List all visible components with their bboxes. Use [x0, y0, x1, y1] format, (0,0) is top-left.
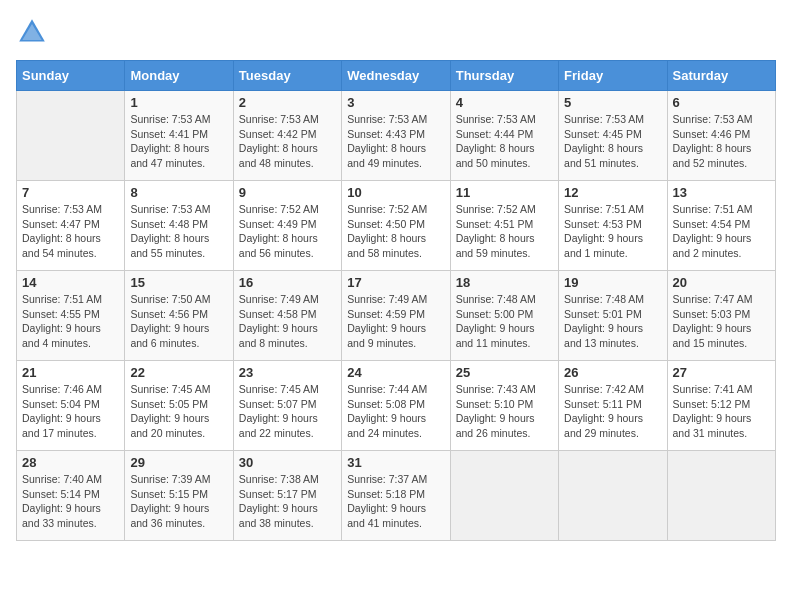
- day-number: 10: [347, 185, 444, 200]
- day-info: Sunrise: 7:37 AMSunset: 5:18 PMDaylight:…: [347, 472, 444, 531]
- day-info: Sunrise: 7:43 AMSunset: 5:10 PMDaylight:…: [456, 382, 553, 441]
- day-number: 29: [130, 455, 227, 470]
- calendar-cell: [17, 91, 125, 181]
- calendar-header-row: SundayMondayTuesdayWednesdayThursdayFrid…: [17, 61, 776, 91]
- day-info: Sunrise: 7:49 AMSunset: 4:58 PMDaylight:…: [239, 292, 336, 351]
- calendar-table: SundayMondayTuesdayWednesdayThursdayFrid…: [16, 60, 776, 541]
- calendar-cell: 30Sunrise: 7:38 AMSunset: 5:17 PMDayligh…: [233, 451, 341, 541]
- calendar-day-header: Wednesday: [342, 61, 450, 91]
- day-info: Sunrise: 7:53 AMSunset: 4:46 PMDaylight:…: [673, 112, 770, 171]
- calendar-cell: 21Sunrise: 7:46 AMSunset: 5:04 PMDayligh…: [17, 361, 125, 451]
- calendar-cell: 20Sunrise: 7:47 AMSunset: 5:03 PMDayligh…: [667, 271, 775, 361]
- day-info: Sunrise: 7:40 AMSunset: 5:14 PMDaylight:…: [22, 472, 119, 531]
- day-number: 24: [347, 365, 444, 380]
- day-info: Sunrise: 7:51 AMSunset: 4:53 PMDaylight:…: [564, 202, 661, 261]
- calendar-cell: 28Sunrise: 7:40 AMSunset: 5:14 PMDayligh…: [17, 451, 125, 541]
- calendar-cell: 24Sunrise: 7:44 AMSunset: 5:08 PMDayligh…: [342, 361, 450, 451]
- day-info: Sunrise: 7:44 AMSunset: 5:08 PMDaylight:…: [347, 382, 444, 441]
- calendar-week-row: 1Sunrise: 7:53 AMSunset: 4:41 PMDaylight…: [17, 91, 776, 181]
- day-number: 16: [239, 275, 336, 290]
- calendar-cell: 3Sunrise: 7:53 AMSunset: 4:43 PMDaylight…: [342, 91, 450, 181]
- page-header: [16, 16, 776, 48]
- calendar-cell: 4Sunrise: 7:53 AMSunset: 4:44 PMDaylight…: [450, 91, 558, 181]
- day-info: Sunrise: 7:53 AMSunset: 4:45 PMDaylight:…: [564, 112, 661, 171]
- day-number: 6: [673, 95, 770, 110]
- calendar-cell: 26Sunrise: 7:42 AMSunset: 5:11 PMDayligh…: [559, 361, 667, 451]
- day-number: 14: [22, 275, 119, 290]
- calendar-cell: 6Sunrise: 7:53 AMSunset: 4:46 PMDaylight…: [667, 91, 775, 181]
- calendar-week-row: 28Sunrise: 7:40 AMSunset: 5:14 PMDayligh…: [17, 451, 776, 541]
- calendar-cell: 16Sunrise: 7:49 AMSunset: 4:58 PMDayligh…: [233, 271, 341, 361]
- calendar-day-header: Monday: [125, 61, 233, 91]
- calendar-cell: 13Sunrise: 7:51 AMSunset: 4:54 PMDayligh…: [667, 181, 775, 271]
- day-number: 25: [456, 365, 553, 380]
- day-info: Sunrise: 7:51 AMSunset: 4:55 PMDaylight:…: [22, 292, 119, 351]
- calendar-cell: 19Sunrise: 7:48 AMSunset: 5:01 PMDayligh…: [559, 271, 667, 361]
- calendar-week-row: 7Sunrise: 7:53 AMSunset: 4:47 PMDaylight…: [17, 181, 776, 271]
- day-info: Sunrise: 7:45 AMSunset: 5:07 PMDaylight:…: [239, 382, 336, 441]
- day-number: 11: [456, 185, 553, 200]
- calendar-week-row: 21Sunrise: 7:46 AMSunset: 5:04 PMDayligh…: [17, 361, 776, 451]
- day-number: 1: [130, 95, 227, 110]
- calendar-day-header: Saturday: [667, 61, 775, 91]
- calendar-cell: 23Sunrise: 7:45 AMSunset: 5:07 PMDayligh…: [233, 361, 341, 451]
- day-number: 8: [130, 185, 227, 200]
- day-number: 23: [239, 365, 336, 380]
- day-info: Sunrise: 7:48 AMSunset: 5:00 PMDaylight:…: [456, 292, 553, 351]
- calendar-cell: 18Sunrise: 7:48 AMSunset: 5:00 PMDayligh…: [450, 271, 558, 361]
- calendar-cell: 9Sunrise: 7:52 AMSunset: 4:49 PMDaylight…: [233, 181, 341, 271]
- calendar-day-header: Tuesday: [233, 61, 341, 91]
- day-info: Sunrise: 7:45 AMSunset: 5:05 PMDaylight:…: [130, 382, 227, 441]
- day-info: Sunrise: 7:52 AMSunset: 4:51 PMDaylight:…: [456, 202, 553, 261]
- day-info: Sunrise: 7:53 AMSunset: 4:41 PMDaylight:…: [130, 112, 227, 171]
- calendar-day-header: Friday: [559, 61, 667, 91]
- day-info: Sunrise: 7:49 AMSunset: 4:59 PMDaylight:…: [347, 292, 444, 351]
- day-number: 21: [22, 365, 119, 380]
- day-info: Sunrise: 7:53 AMSunset: 4:43 PMDaylight:…: [347, 112, 444, 171]
- day-number: 26: [564, 365, 661, 380]
- calendar-cell: 11Sunrise: 7:52 AMSunset: 4:51 PMDayligh…: [450, 181, 558, 271]
- day-info: Sunrise: 7:53 AMSunset: 4:48 PMDaylight:…: [130, 202, 227, 261]
- day-info: Sunrise: 7:53 AMSunset: 4:42 PMDaylight:…: [239, 112, 336, 171]
- calendar-day-header: Thursday: [450, 61, 558, 91]
- logo-icon: [16, 16, 48, 48]
- day-info: Sunrise: 7:50 AMSunset: 4:56 PMDaylight:…: [130, 292, 227, 351]
- day-number: 4: [456, 95, 553, 110]
- day-number: 7: [22, 185, 119, 200]
- calendar-week-row: 14Sunrise: 7:51 AMSunset: 4:55 PMDayligh…: [17, 271, 776, 361]
- calendar-cell: [667, 451, 775, 541]
- calendar-cell: 7Sunrise: 7:53 AMSunset: 4:47 PMDaylight…: [17, 181, 125, 271]
- calendar-cell: 31Sunrise: 7:37 AMSunset: 5:18 PMDayligh…: [342, 451, 450, 541]
- day-number: 17: [347, 275, 444, 290]
- day-number: 31: [347, 455, 444, 470]
- day-info: Sunrise: 7:39 AMSunset: 5:15 PMDaylight:…: [130, 472, 227, 531]
- calendar-cell: 8Sunrise: 7:53 AMSunset: 4:48 PMDaylight…: [125, 181, 233, 271]
- day-info: Sunrise: 7:38 AMSunset: 5:17 PMDaylight:…: [239, 472, 336, 531]
- day-info: Sunrise: 7:51 AMSunset: 4:54 PMDaylight:…: [673, 202, 770, 261]
- day-number: 22: [130, 365, 227, 380]
- day-number: 3: [347, 95, 444, 110]
- calendar-cell: 14Sunrise: 7:51 AMSunset: 4:55 PMDayligh…: [17, 271, 125, 361]
- day-number: 19: [564, 275, 661, 290]
- calendar-cell: 27Sunrise: 7:41 AMSunset: 5:12 PMDayligh…: [667, 361, 775, 451]
- day-number: 12: [564, 185, 661, 200]
- day-number: 30: [239, 455, 336, 470]
- day-info: Sunrise: 7:52 AMSunset: 4:49 PMDaylight:…: [239, 202, 336, 261]
- day-info: Sunrise: 7:48 AMSunset: 5:01 PMDaylight:…: [564, 292, 661, 351]
- calendar-cell: [559, 451, 667, 541]
- day-info: Sunrise: 7:46 AMSunset: 5:04 PMDaylight:…: [22, 382, 119, 441]
- calendar-cell: 22Sunrise: 7:45 AMSunset: 5:05 PMDayligh…: [125, 361, 233, 451]
- day-number: 20: [673, 275, 770, 290]
- calendar-cell: 10Sunrise: 7:52 AMSunset: 4:50 PMDayligh…: [342, 181, 450, 271]
- calendar-day-header: Sunday: [17, 61, 125, 91]
- day-number: 15: [130, 275, 227, 290]
- day-info: Sunrise: 7:53 AMSunset: 4:47 PMDaylight:…: [22, 202, 119, 261]
- calendar-cell: 17Sunrise: 7:49 AMSunset: 4:59 PMDayligh…: [342, 271, 450, 361]
- day-number: 13: [673, 185, 770, 200]
- calendar-cell: 2Sunrise: 7:53 AMSunset: 4:42 PMDaylight…: [233, 91, 341, 181]
- day-info: Sunrise: 7:42 AMSunset: 5:11 PMDaylight:…: [564, 382, 661, 441]
- calendar-cell: 29Sunrise: 7:39 AMSunset: 5:15 PMDayligh…: [125, 451, 233, 541]
- calendar-cell: [450, 451, 558, 541]
- day-number: 2: [239, 95, 336, 110]
- day-number: 27: [673, 365, 770, 380]
